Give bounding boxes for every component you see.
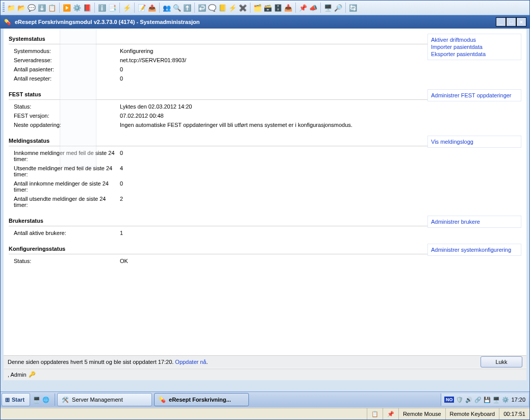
toolbar-icon[interactable]: 🗄️ [273, 3, 283, 12]
toolbar-icon[interactable]: ▶️ [62, 3, 71, 12]
remote-keyboard-label[interactable]: Remote Keyboard [445, 408, 499, 419]
tray-icon[interactable]: 🛡️ [456, 396, 463, 403]
link-administrer-systemkonfig[interactable]: Administrer systemkonfigurering [431, 246, 518, 253]
value: Lyktes den 02.03.2012 14:20 [120, 103, 521, 110]
link-aktiver-driftmodus[interactable]: Aktiver driftmodus [431, 36, 518, 43]
toolbar-icon[interactable]: 📕 [83, 3, 92, 12]
dot: . [206, 359, 208, 365]
section-systemstatus: Aktiver driftmodus Importer pasientdata … [9, 34, 521, 86]
toolbar-icon[interactable]: 📣 [309, 3, 318, 12]
link-vis-meldingslogg[interactable]: Vis meldingslogg [431, 138, 518, 145]
windows-taskbar: ⊞ Start 🖥️ 🌐 🛠️ Server Management 💊 eRes… [1, 391, 529, 407]
tray-icon[interactable]: 🔗 [474, 396, 482, 403]
toolbar-icon[interactable]: 🗨️ [208, 3, 217, 12]
remote-timer: 00:17:51 [499, 408, 529, 419]
label: Antall innkomne meldinger de siste 24 ti… [14, 180, 120, 193]
toolbar-icon[interactable]: 📂 [17, 3, 26, 12]
systemstatus-links: Aktiver driftmodus Importer pasientdata … [427, 34, 521, 60]
task-server-management[interactable]: 🛠️ Server Management [57, 393, 152, 406]
start-button[interactable]: ⊞ Start [2, 393, 30, 406]
toolbar-icon[interactable]: 📒 [218, 3, 227, 12]
toolbar-icon[interactable]: 🔍 [172, 3, 182, 12]
tray-icon[interactable]: 🖥️ [493, 396, 500, 403]
toolbar-separator [295, 3, 296, 13]
taskbar-clock[interactable]: 17:20 [511, 397, 525, 403]
label: Status: [14, 258, 120, 264]
tray-icon[interactable]: 🔊 [465, 396, 472, 403]
toolbar-icon[interactable]: ⚙️ [72, 3, 82, 12]
toolbar-icon[interactable]: 🔄 [348, 3, 358, 12]
task-label: eResept Forskrivning... [169, 397, 231, 403]
value: OK [120, 258, 521, 264]
melding-links: Vis meldingslogg [427, 136, 521, 148]
toolbar-separator [59, 3, 60, 13]
windows-logo-icon: ⊞ [5, 397, 10, 403]
link-oppdater-na[interactable]: Oppdater nå [175, 359, 206, 365]
maximize-button[interactable]: □ [506, 17, 516, 27]
section-bruker: Administrer brukere Brukerstatus Antall … [9, 216, 521, 241]
toolbar-icon[interactable]: 🖥️ [323, 3, 333, 12]
value: 0 [120, 75, 521, 82]
link-administrer-brukere[interactable]: Administrer brukere [431, 218, 518, 225]
toolbar-separator [134, 3, 135, 13]
close-button[interactable]: × [516, 17, 526, 27]
toolbar-icon[interactable]: 📑 [108, 3, 117, 12]
toolbar-icon[interactable]: 🔎 [334, 3, 343, 12]
toolbar-separator [250, 3, 250, 13]
value: Ingen automatiske FEST oppdateringer vil… [120, 122, 521, 128]
window-title: eResept Forskrivningsmodul v2.3.73.0 (41… [15, 19, 200, 25]
task-label: Server Management [72, 397, 123, 403]
label: Serveradresse: [14, 57, 120, 63]
toolbar-icon[interactable]: 🗃️ [263, 3, 272, 12]
label: Antall pasienter: [14, 66, 120, 72]
toolbar-icon[interactable]: ↩️ [197, 3, 207, 12]
toolbar-icon[interactable]: 👥 [162, 3, 171, 12]
system-tray: NO 🛡️ 🔊 🔗 💾 🖥️ ⚙️ 17:20 [441, 393, 528, 406]
ie-icon[interactable]: 🌐 [42, 396, 49, 403]
lukk-button[interactable]: Lukk [481, 356, 522, 368]
toolbar-icon[interactable]: ⬇️ [37, 3, 46, 12]
toolbar-icon[interactable]: 📁 [7, 3, 16, 12]
section-fest: Administrer FEST oppdateringer FEST stat… [9, 89, 521, 133]
toolbar-icon[interactable]: 📝 [137, 3, 146, 12]
toolbar-icon[interactable]: 🗂️ [253, 3, 262, 12]
section-konfig: Administrer systemkonfigurering Konfigur… [9, 244, 521, 269]
toolbar-separator [194, 3, 195, 13]
toolbar-icon[interactable]: 📋 [47, 3, 57, 12]
toolbar-separator [320, 3, 321, 13]
toolbar-icon[interactable]: ⚡ [122, 3, 132, 12]
toolbar-icon[interactable]: 📌 [298, 3, 308, 12]
link-eksporter-pasientdata[interactable]: Eksporter pasientdata [431, 50, 518, 58]
refresh-text: Denne siden oppdateres hvert 5 minutt og… [8, 359, 173, 365]
toolbar-icon[interactable]: ⚡ [228, 3, 237, 12]
language-indicator[interactable]: NO [444, 397, 455, 403]
remote-connection-bar: 📋 📌 Remote Mouse Remote Keyboard 00:17:5… [1, 408, 529, 419]
remote-mouse-label[interactable]: Remote Mouse [398, 408, 445, 419]
toolbar-icon[interactable]: 📥 [284, 3, 293, 12]
app-body: Aktiver driftmodus Importer pasientdata … [4, 29, 526, 380]
value: 0 [120, 66, 521, 72]
value: 0 [120, 180, 521, 187]
tray-icon[interactable]: 💾 [484, 396, 491, 403]
label: FEST versjon: [14, 113, 120, 119]
toolbar-icon[interactable]: ✖️ [238, 3, 247, 12]
toolbar-icon[interactable]: ⬆️ [183, 3, 192, 12]
minimize-button[interactable]: _ [496, 17, 506, 27]
toolbar-icon[interactable]: 💬 [27, 3, 36, 12]
toolbar-icon[interactable]: 📤 [147, 3, 157, 12]
link-importer-pasientdata[interactable]: Importer pasientdata [431, 43, 518, 50]
toolbar-grip[interactable] [3, 3, 5, 13]
remote-doc-icon[interactable]: 📋 [371, 410, 378, 417]
remote-pin-icon[interactable]: 📌 [387, 410, 394, 417]
show-desktop-icon[interactable]: 🖥️ [33, 396, 40, 403]
quick-launch: 🖥️ 🌐 [33, 396, 49, 403]
section-melding: Vis meldingslogg Meldingsstatus Innkomne… [9, 136, 521, 213]
task-eresept[interactable]: 💊 eResept Forskrivning... [154, 393, 249, 406]
bruker-links: Administrer brukere [427, 216, 521, 228]
link-administrer-fest[interactable]: Administrer FEST oppdateringer [431, 92, 518, 99]
label: Antall utsendte meldinger de siste 24 ti… [14, 196, 120, 208]
toolbar-icon[interactable]: ℹ️ [97, 3, 107, 12]
tray-icon[interactable]: ⚙️ [502, 396, 509, 403]
app-icon: 💊 [4, 18, 12, 26]
eresept-icon: 💊 [159, 396, 166, 403]
